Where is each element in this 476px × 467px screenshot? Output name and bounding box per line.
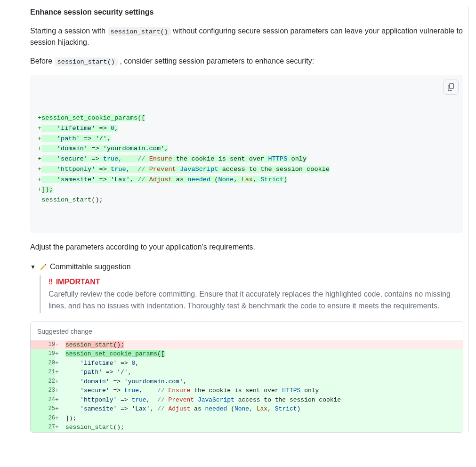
inline-code-session-start-2: session_start() [55,57,118,66]
diff-code: session_start(); [65,340,463,350]
important-label: IMPORTANT [56,276,100,288]
suggested-change-panel: Suggested change 19-session_start();19+s… [30,322,463,433]
code-line: + 'domain' => 'yourdomain.com', [38,144,456,154]
diff-marker: + [55,359,65,368]
line-number: 20 [31,359,55,368]
line-number: 23 [31,386,55,395]
committable-summary[interactable]: ▼ Committable suggestion [30,261,463,273]
code-line: + 'lifetime' => 0, [38,123,456,134]
diff-code: 'samesite' => 'Lax', // Adjust as needed… [65,404,463,414]
committable-summary-label: Committable suggestion [50,261,131,273]
line-number: 22 [31,377,55,386]
code-line: +]); [38,185,456,195]
code-line: + 'httponly' => true, // Prevent JavaScr… [38,164,456,175]
copy-button[interactable] [444,80,459,95]
code-suggestion-block: +session_set_cookie_params([+ 'lifetime'… [30,75,463,234]
adjust-paragraph: Adjust the parameters according to your … [30,242,463,253]
diff-table: 19-session_start();19+session_set_cookie… [31,340,463,432]
table-row: 27+session_start(); [31,423,463,432]
diff-code: session_set_cookie_params([ [65,349,463,359]
before-pre: Before [30,57,55,65]
line-number: 24 [31,395,55,405]
diff-marker: + [55,404,65,414]
disclosure-triangle-icon: ▼ [30,263,37,271]
important-body: Carefully review the code before committ… [48,289,463,312]
table-row: 22+ 'domain' => 'yourdomain.com', [31,377,463,386]
section-heading: Enhance session security settings [30,7,463,18]
suggested-change-header: Suggested change [31,322,463,340]
diff-code: 'secure' => true, // Ensure the cookie i… [65,386,463,395]
inline-code-session-start: session_start() [108,27,171,36]
code-line: session_start(); [38,195,456,205]
copy-icon [447,83,455,91]
table-row: 26+]); [31,414,463,423]
diff-marker: + [55,377,65,386]
table-row: 19+session_set_cookie_params([ [31,349,463,359]
diff-marker: + [55,423,65,432]
table-row: 19-session_start(); [31,340,463,350]
code-line: + 'path' => '/', [38,134,456,144]
line-number: 26 [31,414,55,423]
table-row: 21+ 'path' => '/', [31,368,463,377]
before-post: , consider setting session parameters to… [118,57,314,65]
table-row: 24+ 'httponly' => true, // Prevent JavaS… [31,395,463,405]
line-number: 19 [31,340,55,350]
code-line: + 'secure' => true, // Ensure the cookie… [38,154,456,164]
diff-marker: + [55,386,65,395]
before-paragraph: Before session_start() , consider settin… [30,56,463,67]
important-icon: ‼ [48,276,53,288]
line-number: 27 [31,423,55,432]
diff-code: 'domain' => 'yourdomain.com', [65,377,463,386]
code-line: +session_set_cookie_params([ [38,113,456,123]
line-number: 25 [31,404,55,414]
diff-code: session_start(); [65,423,463,432]
diff-marker: + [55,414,65,423]
diff-code: 'path' => '/', [65,368,463,377]
diff-code: 'lifetime' => 0, [65,359,463,368]
pencil-icon [40,263,47,271]
line-number: 19 [31,349,55,359]
diff-marker: + [55,349,65,359]
line-number: 21 [31,368,55,377]
diff-marker: + [55,368,65,377]
intro-paragraph: Starting a session with session_start() … [30,25,463,48]
diff-marker: + [55,395,65,405]
diff-code: ]); [65,414,463,423]
code-line: + 'samesite' => 'Lax', // Adjust as need… [38,175,456,185]
table-row: 23+ 'secure' => true, // Ensure the cook… [31,386,463,395]
table-row: 20+ 'lifetime' => 0, [31,359,463,368]
table-row: 25+ 'samesite' => 'Lax', // Adjust as ne… [31,404,463,414]
intro-pre: Starting a session with [30,27,108,35]
important-callout: ‼ IMPORTANT Carefully review the code be… [40,275,463,313]
diff-marker: - [55,340,65,350]
diff-code: 'httponly' => true, // Prevent JavaScrip… [65,395,463,405]
committable-suggestion-details[interactable]: ▼ Committable suggestion ‼ IMPORTANT Car… [30,261,463,313]
